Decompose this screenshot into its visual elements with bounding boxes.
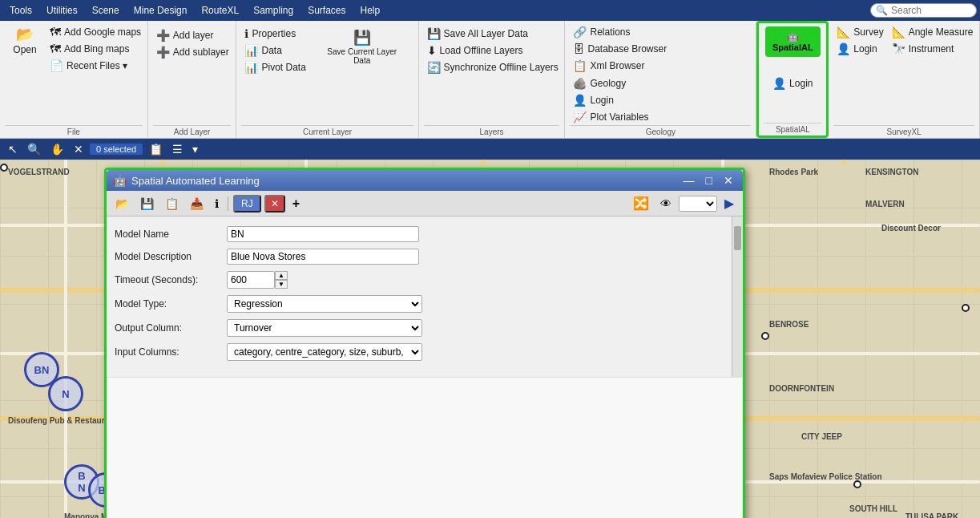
menu-surfaces[interactable]: Surfaces [301, 3, 352, 18]
maximize-button[interactable]: □ [703, 173, 716, 188]
menu-sampling[interactable]: Sampling [247, 3, 300, 18]
selected-count-badge: 0 selected [90, 144, 143, 155]
model-name-input[interactable] [227, 226, 419, 242]
timeout-input[interactable] [227, 271, 275, 289]
load-offline-icon: ⬇ [427, 44, 437, 57]
save-current-layer-button[interactable]: 💾 Save Current Layer Data [316, 27, 409, 67]
add-sublayer-button[interactable]: ➕ Add sublayer [153, 44, 232, 60]
add-google-maps-button[interactable]: 🗺 Add Google maps [46, 24, 144, 40]
pivot-data-icon: 📊 [244, 61, 258, 74]
login-spatialal-icon: 👤 [772, 77, 786, 90]
zoom-tool[interactable]: 🔍 [24, 141, 44, 157]
delete-tool[interactable]: ✕ [71, 141, 87, 157]
geology-button[interactable]: 🪨 Geology [570, 75, 651, 91]
dot-marker-3 [962, 304, 970, 312]
dialog-rj-btn[interactable]: RJ [233, 195, 261, 212]
angle-measure-button[interactable]: 📐 Angle Measure [889, 24, 977, 40]
ribbon-group-geology: 🔗 Relations 🗄 Database Browser 📋 Xml Bro… [565, 21, 756, 138]
dialog-add-btn[interactable]: + [288, 194, 304, 213]
timeout-decrement-btn[interactable]: ▼ [275, 280, 288, 289]
login-surveyxl-button[interactable]: 👤 Login [833, 41, 886, 57]
relations-button[interactable]: 🔗 Relations [570, 24, 670, 40]
bn-marker-2: N [48, 376, 83, 411]
dialog-info-btn[interactable]: ℹ [211, 195, 223, 212]
dialog-import-btn[interactable]: 📥 [186, 195, 208, 212]
list-btn[interactable]: ☰ [169, 141, 186, 157]
dialog-scrollbar[interactable] [732, 217, 743, 377]
input-cols-select[interactable]: category, centre_category, size, suburb,… [227, 343, 422, 361]
output-col-select[interactable]: Turnover [227, 319, 422, 337]
dialog-open-file-btn[interactable]: 📂 [111, 195, 133, 212]
survey-button[interactable]: 📐 Survey [833, 24, 886, 40]
dialog-eye-btn[interactable]: 👁 [656, 195, 676, 212]
dialog-save-file-btn[interactable]: 💾 [136, 195, 158, 212]
spatialal-button[interactable]: 🤖 SpatialAL [765, 26, 821, 57]
form-row-model-desc: Model Description [115, 249, 724, 265]
plot-variables-button[interactable]: 📈 Plot Variables [570, 109, 651, 125]
add-layer-icon: ➕ [156, 29, 170, 42]
form-row-input-cols: Input Columns: category, centre_category… [115, 343, 724, 361]
map-label-mofaview: Saps Mofaview Police Station [769, 472, 882, 481]
timeout-increment-btn[interactable]: ▲ [275, 271, 288, 280]
save-all-layer-data-button[interactable]: 💾 Save All Layer Data [424, 26, 562, 42]
dialog-copy-btn[interactable]: 📋 [161, 195, 183, 212]
properties-button[interactable]: ℹ Properties [241, 26, 309, 42]
layers-btn[interactable]: 📋 [146, 141, 166, 157]
dropdown-btn[interactable]: ▾ [189, 141, 201, 157]
dialog-network-btn[interactable]: 🔀 [629, 193, 653, 213]
spatialal-icon: 🤖 [787, 31, 799, 42]
dot-marker-4 [0, 164, 8, 172]
instrument-button[interactable]: 🔭 Instrument [889, 41, 977, 57]
ribbon-group-file: 📂 Open 🗺 Add Google maps 🗺 Add Bing maps… [0, 21, 148, 138]
menu-utilities[interactable]: Utilities [40, 3, 84, 18]
open-button[interactable]: 📂 Open [5, 24, 45, 57]
load-offline-layers-button[interactable]: ⬇ Load Offline Layers [424, 42, 562, 59]
login-spatialal-button[interactable]: 👤 Login [769, 75, 816, 91]
cursor-tool[interactable]: ↖ [5, 141, 21, 157]
dialog-body-empty [107, 377, 743, 518]
pan-tool[interactable]: ✋ [47, 141, 67, 157]
map-label-malvern: MALVERN [865, 200, 905, 208]
relations-icon: 🔗 [573, 26, 587, 38]
menu-scene[interactable]: Scene [86, 3, 126, 18]
pivot-data-button[interactable]: 📊 Pivot Data [241, 59, 309, 75]
close-dialog-button[interactable]: ✕ [720, 173, 736, 188]
sync-offline-layers-button[interactable]: 🔄 Synchronize Offline Layers [424, 59, 562, 75]
model-desc-label: Model Description [115, 251, 227, 262]
ribbon-group-surveyxl: 📐 Survey 👤 Login 📐 Angle Measure 🔭 [829, 21, 980, 138]
map-label-vogelstrand: VOGELSTRAND [8, 168, 70, 176]
data-button[interactable]: 📊 Data [241, 42, 309, 59]
dialog-play-btn[interactable]: ▶ [720, 193, 738, 213]
add-bing-maps-button[interactable]: 🗺 Add Bing maps [46, 41, 144, 57]
dialog-close-btn[interactable]: ✕ [264, 195, 285, 212]
geology-group-label: Geology [570, 125, 751, 136]
xml-browser-button[interactable]: 📋 Xml Browser [570, 58, 670, 74]
map-label-doornfontein: DOORNFONTEIN [769, 384, 834, 393]
spatialal-group-label: SpatialAL [764, 123, 821, 134]
menu-routexl[interactable]: RouteXL [195, 3, 245, 18]
map-label-rhodes-park: Rhodes Park [769, 168, 818, 176]
add-layer-button[interactable]: ➕ Add layer [153, 27, 232, 43]
database-browser-button[interactable]: 🗄 Database Browser [570, 41, 670, 57]
scrollbar-thumb[interactable] [734, 226, 741, 250]
model-name-label: Model Name [115, 229, 227, 240]
current-layer-group-label: Current Layer [241, 125, 413, 136]
menu-help[interactable]: Help [354, 3, 387, 18]
map-label-city-jeep: CITY JEEP [801, 432, 842, 441]
model-desc-input[interactable] [227, 249, 419, 265]
map-label-maponya: Maponya M [64, 512, 107, 518]
menu-mine-design[interactable]: Mine Design [127, 3, 194, 18]
dialog-dropdown[interactable] [679, 196, 717, 212]
login-geology-button[interactable]: 👤 Login [570, 92, 651, 108]
form-row-model-name: Model Name [115, 226, 724, 242]
menu-bar: Tools Utilities Scene Mine Design RouteX… [0, 0, 980, 21]
menu-tools[interactable]: Tools [3, 3, 38, 18]
map-label-tulisa: TULISA PARK [905, 512, 958, 518]
dialog-title-text: Spatial Automated Learning [131, 175, 676, 187]
minimize-button[interactable]: — [680, 173, 698, 188]
recent-files-button[interactable]: 📄 Recent Files ▾ [46, 58, 144, 74]
search-input[interactable] [891, 5, 971, 16]
model-type-select[interactable]: Regression Classification Clustering [227, 295, 422, 313]
search-bar[interactable]: 🔍 [870, 3, 977, 18]
login-geology-icon: 👤 [573, 94, 587, 107]
